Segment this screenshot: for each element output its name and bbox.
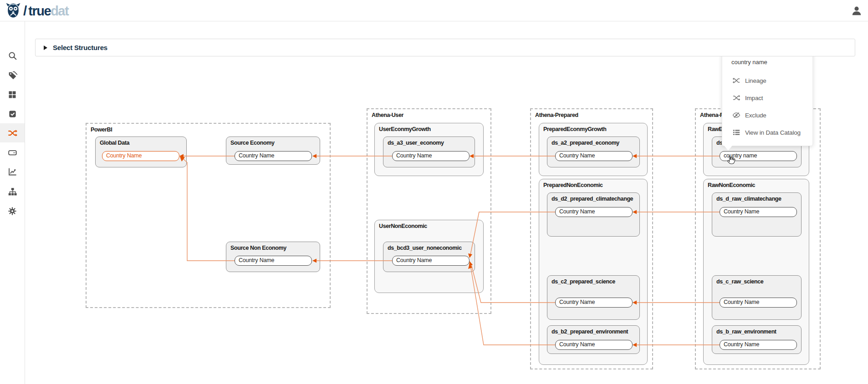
gear-icon: [8, 207, 17, 216]
field-context-menu: country name Lineage Impact: [722, 51, 813, 146]
context-menu-tail: [724, 146, 732, 151]
node-label: ds_d2_prepared_climatechange: [551, 196, 633, 202]
field-ds-b2-country-name[interactable]: Country Name: [555, 340, 633, 350]
menu-item-exclude[interactable]: Exclude: [722, 106, 812, 124]
node-label: Source Non Economy: [230, 245, 286, 251]
user-icon[interactable]: [851, 5, 863, 17]
sidebar-item-tasks[interactable]: [0, 104, 25, 123]
chart-line-icon: [8, 167, 17, 177]
caret-right-icon: [44, 45, 47, 50]
logo-text-dat: dat: [51, 4, 68, 18]
owl-logo-icon: [5, 2, 22, 20]
node-label: ds_bcd3_user_noneconomic: [388, 245, 462, 251]
field-ds-a2-country-name[interactable]: Country Name: [555, 151, 633, 161]
search-icon: [8, 51, 17, 61]
node-label: ds_b_raw_environment: [716, 328, 776, 335]
sidebar-item-search[interactable]: [0, 46, 25, 65]
subgroup-label: PreparedNonEconomic: [543, 182, 603, 188]
top-bar: / truedat: [0, 0, 868, 21]
node-label: Global Data: [100, 140, 129, 146]
group-label: Athena-Prepared: [535, 112, 578, 118]
menu-item-lineage[interactable]: Lineage: [722, 72, 812, 89]
group-label: PowerBI: [91, 126, 112, 133]
subgroup-label: UserNonEconomic: [379, 223, 427, 229]
grid-icon: [8, 90, 17, 99]
truedat-logo[interactable]: / truedat: [5, 2, 68, 20]
sidebar: [0, 21, 25, 384]
logo-text-true: true: [28, 4, 51, 18]
list-icon: [732, 128, 740, 136]
subgroup-label: PreparedEconmyGrowth: [543, 126, 607, 132]
field-ds-c2-country-name[interactable]: Country Name: [555, 298, 633, 308]
sidebar-item-lineage[interactable]: [0, 123, 25, 142]
field-source-economy-country-name[interactable]: Country Name: [235, 151, 312, 161]
field-ds-d2-country-name[interactable]: Country Name: [555, 207, 633, 217]
node-label: ds_c2_prepared_science: [551, 278, 615, 285]
eye-off-icon: [732, 111, 740, 119]
subgroup-label: UserEconmyGrowth: [379, 126, 431, 132]
hierarchy-sitemap-icon: [8, 187, 17, 197]
field-global-data-country-name[interactable]: Country Name: [102, 151, 179, 161]
logo-text: truedat: [28, 4, 68, 19]
field-ds-c-raw-country-name[interactable]: Country Name: [720, 298, 797, 308]
hand-cursor: [726, 155, 736, 166]
subgroup-label: RawNonEconomic: [708, 182, 755, 188]
shuffle-icon: [8, 128, 17, 138]
menu-item-impact[interactable]: Impact: [722, 89, 812, 106]
select-structures-label: Select Structures: [53, 44, 107, 51]
shuffle-icon: [732, 94, 740, 102]
field-ds-bcd3-country-name[interactable]: Country Name: [392, 256, 470, 266]
check-square-icon: [8, 110, 17, 118]
tag-icon: [8, 71, 17, 80]
node-label: ds_b2_prepared_environment: [551, 328, 628, 335]
menu-item-label: Lineage: [745, 77, 766, 84]
node-label: ds_c_raw_science: [716, 278, 763, 285]
menu-item-label: View in Data Catalog: [745, 129, 801, 136]
sidebar-item-taxonomy[interactable]: [0, 182, 25, 201]
logo-slash: /: [23, 3, 27, 19]
menu-item-label: Impact: [745, 95, 763, 101]
menu-item-label: Exclude: [745, 112, 766, 119]
menu-item-view-catalog[interactable]: View in Data Catalog: [722, 124, 812, 141]
group-label: Athena-User: [372, 112, 403, 118]
sidebar-item-settings[interactable]: [0, 202, 25, 221]
database-drive-icon: [8, 148, 17, 157]
field-ds-a3-country-name[interactable]: Country Name: [392, 151, 470, 161]
node-label: ds_a3_user_economy: [388, 140, 444, 146]
field-ds-b-raw-country-name[interactable]: Country Name: [720, 340, 797, 350]
node-label: ds_d_raw_climatechange: [716, 196, 781, 202]
merge-arrows-icon: [732, 76, 740, 85]
select-structures-panel[interactable]: Select Structures: [35, 39, 855, 56]
sidebar-item-systems[interactable]: [0, 143, 25, 162]
lineage-canvas[interactable]: PowerBI Athena-User Athena-Prepared Athe…: [0, 0, 868, 384]
field-source-non-economy-country-name[interactable]: Country Name: [235, 256, 312, 266]
node-label: Source Economy: [230, 140, 275, 146]
node-label: ds_a2_prepared_economy: [551, 140, 619, 146]
truedat-app: / truedat: [0, 0, 868, 384]
sidebar-item-tags[interactable]: [0, 66, 25, 85]
sidebar-item-quality[interactable]: [0, 162, 25, 181]
context-menu-title: country name: [731, 59, 767, 66]
sidebar-item-grid[interactable]: [0, 85, 25, 104]
field-ds-d-raw-country-name[interactable]: Country Name: [720, 207, 797, 217]
